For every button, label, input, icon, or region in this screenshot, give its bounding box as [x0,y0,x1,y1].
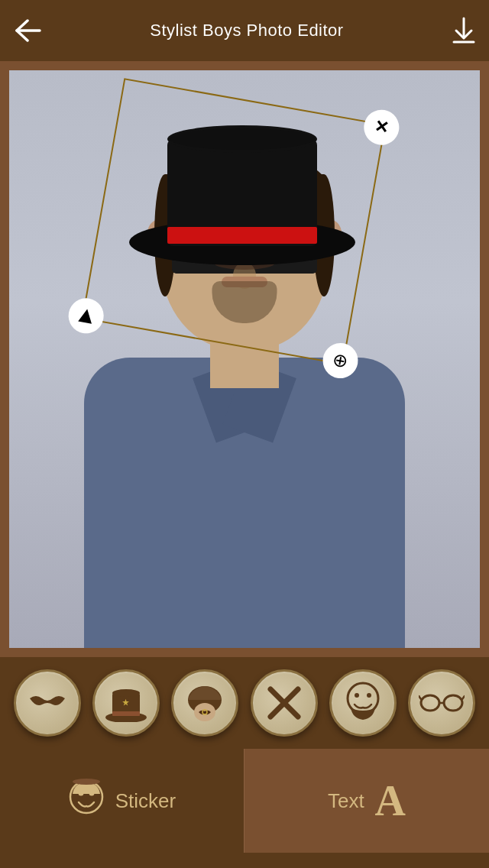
hairstyle-sticker-btn[interactable] [251,669,318,737]
turban-sticker-btn[interactable] [171,669,238,737]
text-tab[interactable]: Text A [244,749,489,853]
mustache-sticker-btn[interactable] [14,669,81,737]
svg-point-12 [112,689,140,697]
download-button[interactable] [452,17,475,44]
sticker-tab[interactable]: Sticker [0,749,244,853]
sticker-tab-icon [68,779,105,823]
page-title: Stylist Boys Photo Editor [150,21,343,40]
svg-point-32 [73,779,100,785]
canvas-area: ✕ ⊕ [0,61,489,657]
svg-point-23 [367,693,371,698]
selection-box[interactable]: ✕ ⊕ [82,78,386,365]
svg-point-22 [355,693,359,698]
beard-sticker-btn[interactable] [329,669,397,737]
svg-point-25 [444,695,462,711]
svg-rect-11 [112,711,140,716]
svg-point-24 [421,695,439,711]
glasses-sticker-btn[interactable] [408,669,475,737]
svg-line-27 [419,696,421,699]
back-button[interactable] [14,19,41,42]
bottom-tab-bar: Sticker Text A [0,749,489,853]
text-tab-letter: A [375,776,406,825]
hat-sticker-btn[interactable] [92,669,160,737]
text-tab-label: Text [328,789,364,813]
sticker-toolbar [0,657,489,749]
sticker-tab-label: Sticker [115,789,176,813]
svg-line-28 [462,696,465,699]
photo-canvas[interactable]: ✕ ⊕ [9,70,480,648]
app-header: Stylist Boys Photo Editor [0,0,489,61]
svg-marker-8 [78,308,94,324]
